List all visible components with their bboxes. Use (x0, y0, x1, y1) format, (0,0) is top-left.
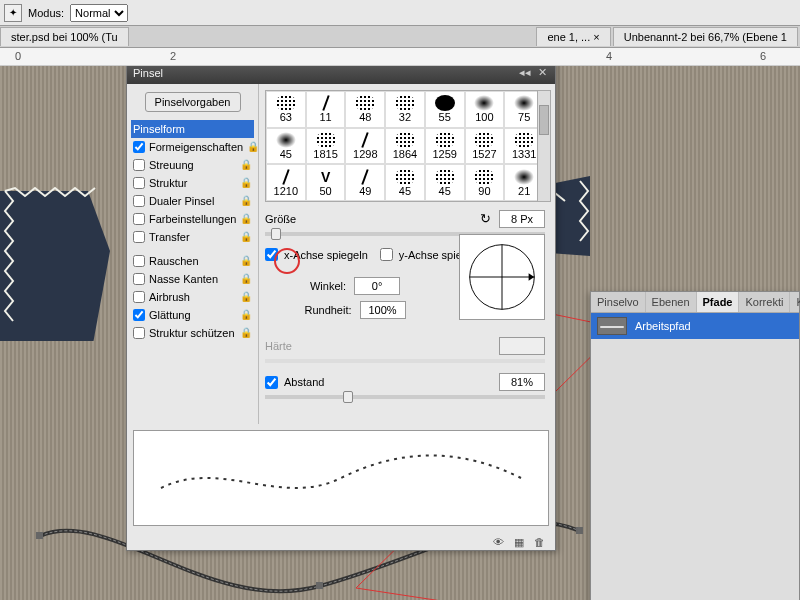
brush-panel-titlebar[interactable]: Pinsel ◂◂ ✕ (127, 66, 555, 84)
tab-doc-1[interactable]: ster.psd bei 100% (Tu (0, 27, 129, 46)
size-label: Größe (265, 213, 296, 225)
lock-icon[interactable]: 🔒 (240, 177, 252, 189)
svg-marker-9 (529, 273, 535, 281)
spacing-slider[interactable] (265, 395, 545, 399)
ruler: 0 2 4 6 (0, 48, 800, 66)
close-icon[interactable]: ✕ (535, 66, 549, 80)
lock-icon[interactable]: 🔒 (240, 231, 252, 243)
brush-panel: Pinsel ◂◂ ✕ Pinselvorgaben Pinselform Fo… (126, 66, 556, 551)
new-brush-icon[interactable]: ▦ (514, 536, 524, 549)
opt-streuung[interactable]: Streuung🔒 (131, 156, 254, 174)
flip-x-label: x-Achse spiegeln (284, 249, 368, 261)
lock-icon[interactable]: 🔒 (240, 195, 252, 207)
tab-pfade[interactable]: Pfade (697, 292, 740, 312)
brush-panel-footer: 👁 ▦ 🗑 (127, 532, 555, 553)
thumbnails-scrollbar[interactable] (537, 90, 551, 202)
mode-label: Modus: (28, 7, 64, 19)
tool-icon[interactable]: ✦ (4, 4, 22, 22)
paths-panel-tabs: Pinselvo Ebenen Pfade Korrekti Kopier (591, 292, 799, 313)
lock-icon[interactable]: 🔒 (240, 273, 252, 285)
tab-ebenen[interactable]: Ebenen (646, 292, 697, 312)
opt-formeigenschaften[interactable]: Formeigenschaften🔒 (131, 138, 254, 156)
opt-transfer[interactable]: Transfer🔒 (131, 228, 254, 246)
path-thumbnail (597, 317, 627, 335)
brush-presets-button[interactable]: Pinselvorgaben (145, 92, 241, 112)
lock-icon[interactable]: 🔒 (240, 291, 252, 303)
path-item-label: Arbeitspfad (635, 320, 691, 332)
angle-preview[interactable] (459, 234, 545, 320)
brush-thumbnails[interactable]: 63 11 48 32 55 100 75 45 1815 1298 1864 … (265, 90, 545, 202)
opt-nasse-kanten[interactable]: Nasse Kanten🔒 (131, 270, 254, 288)
tab-korrekturen[interactable]: Korrekti (739, 292, 790, 312)
mode-select[interactable]: Normal (70, 4, 128, 22)
opt-rauschen[interactable]: Rauschen🔒 (131, 252, 254, 270)
lock-icon[interactable]: 🔒 (240, 327, 252, 339)
opt-dualer-pinsel[interactable]: Dualer Pinsel🔒 (131, 192, 254, 210)
brush-panel-title: Pinsel (133, 67, 515, 79)
lock-icon[interactable]: 🔒 (240, 255, 252, 267)
tab-kopieren[interactable]: Kopier (790, 292, 800, 312)
stroke-preview (133, 430, 549, 526)
opt-airbrush[interactable]: Airbrush🔒 (131, 288, 254, 306)
hardness-label: Härte (265, 340, 292, 352)
spacing-value[interactable]: 81% (499, 373, 545, 391)
toggle-preview-icon[interactable]: 👁 (493, 536, 504, 549)
opt-glaettung[interactable]: Glättung🔒 (131, 306, 254, 324)
brush-settings-main: 63 11 48 32 55 100 75 45 1815 1298 1864 … (259, 84, 555, 424)
hardness-slider (265, 359, 545, 363)
collapse-icon[interactable]: ◂◂ (518, 66, 532, 80)
hardness-value (499, 337, 545, 355)
options-bar: ✦ Modus: Normal (0, 0, 800, 26)
roundness-label: Rundheit: (304, 304, 351, 316)
trash-icon[interactable]: 🗑 (534, 536, 545, 549)
flip-y-checkbox[interactable] (380, 248, 393, 261)
opt-struktur[interactable]: Struktur🔒 (131, 174, 254, 192)
spacing-checkbox[interactable] (265, 376, 278, 389)
path-item-arbeitspfad[interactable]: Arbeitspfad (591, 313, 799, 339)
brush-options-sidebar: Pinselvorgaben Pinselform Formeigenschaf… (127, 84, 259, 424)
canvas[interactable]: Pinsel ◂◂ ✕ Pinselvorgaben Pinselform Fo… (0, 66, 800, 600)
opt-pinselform[interactable]: Pinselform (131, 120, 254, 138)
lock-icon[interactable]: 🔒 (240, 213, 252, 225)
angle-value[interactable]: 0° (354, 277, 400, 295)
opt-farbeinstellungen[interactable]: Farbeinstellungen🔒 (131, 210, 254, 228)
tab-pinselvorgaben[interactable]: Pinselvo (591, 292, 646, 312)
angle-label: Winkel: (310, 280, 346, 292)
spacing-label: Abstand (284, 376, 324, 388)
roundness-value[interactable]: 100% (360, 301, 406, 319)
lock-icon[interactable]: 🔒 (240, 309, 252, 321)
tab-doc-2[interactable]: ene 1, ... × (536, 27, 610, 46)
flip-x-checkbox[interactable] (265, 248, 278, 261)
lock-icon[interactable]: 🔒 (240, 159, 252, 171)
lock-icon[interactable]: 🔒 (247, 141, 259, 153)
size-value[interactable]: 8 Px (499, 210, 545, 228)
paths-panel: Pinselvo Ebenen Pfade Korrekti Kopier Ar… (590, 291, 800, 600)
reset-size-icon[interactable]: ↻ (477, 211, 493, 227)
document-tabs: ster.psd bei 100% (Tu ene 1, ... × Unben… (0, 26, 800, 48)
tab-doc-3[interactable]: Unbenannt-2 bei 66,7% (Ebene 1 (613, 27, 798, 46)
opt-struktur-schuetzen[interactable]: Struktur schützen🔒 (131, 324, 254, 342)
